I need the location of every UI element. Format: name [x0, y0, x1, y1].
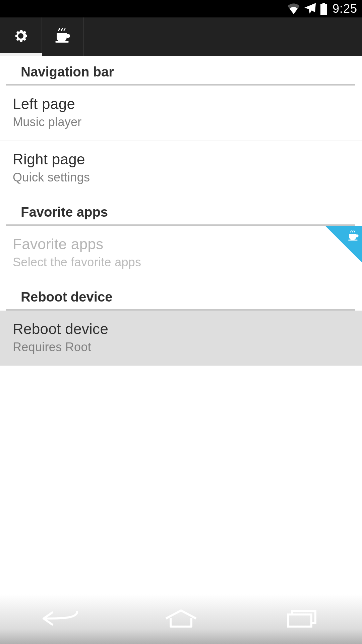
tab-settings[interactable] — [0, 17, 42, 56]
battery-icon — [320, 3, 328, 15]
recents-icon — [283, 608, 320, 630]
list-item-title: Left page — [13, 96, 349, 112]
tab-indicator — [0, 53, 42, 56]
tab-coffee[interactable] — [42, 17, 84, 56]
status-time: 9:25 — [333, 2, 357, 16]
list-item-favorite-apps[interactable]: Favorite apps Select the favorite apps — [0, 226, 362, 281]
section-header-reboot-device: Reboot device — [6, 281, 355, 311]
wifi-icon — [287, 3, 300, 14]
airplane-icon — [304, 2, 316, 15]
recents-button[interactable] — [268, 608, 335, 630]
list-item-sub: Requires Root — [13, 340, 349, 354]
home-button[interactable] — [147, 608, 215, 630]
gear-icon — [13, 28, 29, 45]
svg-rect-3 — [348, 239, 358, 240]
settings-list: Navigation bar Left page Music player Ri… — [0, 56, 362, 612]
section-header-favorite-apps: Favorite apps — [6, 196, 355, 226]
list-item-right-page[interactable]: Right page Quick settings — [0, 141, 362, 196]
action-bar — [0, 17, 362, 56]
section-header-navigation-bar: Navigation bar — [6, 56, 355, 86]
list-item-title: Reboot device — [13, 321, 349, 337]
home-icon — [163, 608, 199, 630]
list-item-title: Favorite apps — [13, 236, 349, 253]
svg-rect-2 — [55, 41, 69, 43]
list-item-title: Right page — [13, 151, 349, 168]
list-item-sub: Quick settings — [13, 170, 349, 184]
svg-rect-0 — [322, 3, 325, 4]
list-item-reboot-device[interactable]: Reboot device Requires Root — [0, 311, 362, 366]
list-item-sub: Select the favorite apps — [13, 255, 349, 269]
premium-badge — [325, 226, 362, 263]
list-item-sub: Music player — [13, 115, 349, 129]
navigation-bar — [0, 594, 362, 644]
coffee-icon — [54, 27, 71, 46]
svg-rect-4 — [288, 614, 311, 627]
back-icon — [40, 608, 80, 630]
back-button[interactable] — [27, 608, 94, 630]
status-bar: 9:25 — [0, 0, 362, 17]
svg-rect-1 — [320, 4, 327, 15]
list-item-left-page[interactable]: Left page Music player — [0, 86, 362, 141]
